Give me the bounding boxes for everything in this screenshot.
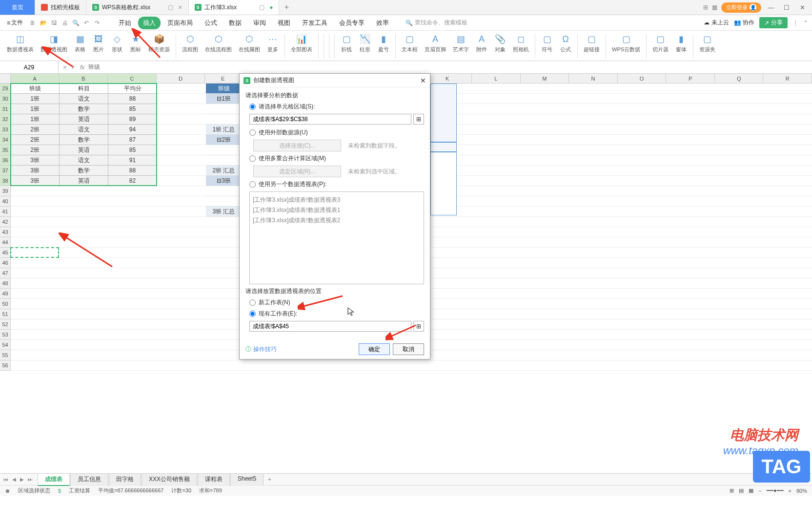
ribbon-附件[interactable]: A附件 [473, 32, 490, 54]
ribbon-符号[interactable]: ▢符号 [538, 32, 556, 54]
zoom-slider[interactable]: ━━●━━ [767, 487, 784, 494]
dest-picker-icon[interactable]: ⊞ [413, 321, 424, 332]
collapse-icon[interactable]: ⌃ [803, 20, 808, 26]
preview-icon[interactable]: 🔍 [71, 18, 81, 28]
dialog-close-icon[interactable]: ✕ [420, 77, 426, 84]
row-header-35[interactable]: 35 [0, 145, 11, 155]
ribbon-图标[interactable]: ★图标 [127, 32, 144, 54]
menu-start[interactable]: 开始 [114, 17, 136, 29]
ribbon-超链接[interactable]: ▢超链接 [581, 32, 603, 54]
row-header-30[interactable]: 30 [0, 94, 11, 104]
col-header-B[interactable]: B [60, 74, 108, 84]
zoom-in-icon[interactable]: + [789, 488, 792, 494]
row-header-49[interactable]: 49 [0, 289, 11, 299]
sheet-tab-员工信息[interactable]: 员工信息 [70, 473, 108, 486]
zoom-out-icon[interactable]: − [758, 488, 761, 494]
pivot-list-item[interactable]: [工作簿3.xlsx]成绩表!数据透视表1 [253, 205, 421, 215]
row-header-41[interactable]: 41 [0, 207, 11, 217]
row-header-31[interactable]: 31 [0, 104, 11, 114]
sheet-tab-Sheet5[interactable]: Sheet5 [230, 473, 264, 486]
col-header-R[interactable]: R [763, 74, 812, 84]
ribbon-全部图表[interactable]: 📊全部图表 [288, 32, 315, 54]
ribbon-表格[interactable]: ▦表格 [71, 32, 89, 54]
ribbon-照相机[interactable]: ◻照相机 [510, 32, 532, 54]
minimize-icon[interactable]: — [765, 4, 777, 11]
sheet-tab-XXX公司销售额[interactable]: XXX公司销售额 [142, 473, 197, 486]
ribbon-WPS云数据[interactable]: ▢WPS云数据 [609, 32, 643, 54]
tab-home[interactable]: 首页 [0, 0, 35, 15]
more-icon[interactable]: ⋮ [792, 20, 798, 26]
radio-existing-sheet[interactable] [249, 311, 256, 317]
fx-icon[interactable]: fx [80, 64, 84, 71]
col-header-D[interactable]: D [157, 74, 205, 84]
col-header-K[interactable]: K [423, 74, 472, 84]
close-icon[interactable]: × [178, 3, 182, 11]
menu-efficiency[interactable]: 效率 [371, 17, 394, 29]
first-sheet-icon[interactable]: ⏮ [2, 477, 10, 482]
select-all-corner[interactable] [0, 74, 11, 84]
last-sheet-icon[interactable]: ⏭ [26, 477, 34, 482]
tab-min-icon[interactable]: ▢ [259, 4, 264, 11]
row-header-32[interactable]: 32 [0, 114, 11, 125]
range-picker-icon[interactable]: ⊞ [413, 114, 424, 125]
row-header-36[interactable]: 36 [0, 155, 11, 166]
row-header-33[interactable]: 33 [0, 125, 11, 135]
row-header-45[interactable]: 45 [0, 248, 11, 258]
pivot-list-item[interactable]: [工作簿3.xlsx]成绩表!数据透视表3 [253, 195, 421, 205]
radio-external[interactable] [249, 129, 256, 136]
view-normal-icon[interactable]: ⊞ [730, 487, 734, 494]
row-header-47[interactable]: 47 [0, 268, 11, 278]
row-header-43[interactable]: 43 [0, 227, 11, 237]
record-icon[interactable]: ⏺ [5, 488, 10, 494]
row-header-50[interactable]: 50 [0, 299, 11, 309]
ribbon-在线流程图[interactable]: ⬡在线流程图 [202, 32, 235, 54]
cancel-button[interactable]: 取消 [393, 343, 424, 355]
view-page-icon[interactable]: ▤ [739, 487, 744, 494]
row-header-29[interactable]: 29 [0, 84, 11, 94]
row-header-44[interactable]: 44 [0, 237, 11, 248]
row-header-34[interactable]: 34 [0, 135, 11, 145]
undo-icon[interactable]: ↶ [81, 18, 91, 28]
tab-tutorial[interactable]: S WPS表格教程.xlsx ▢ × [86, 0, 189, 15]
prev-sheet-icon[interactable]: ◀ [11, 477, 18, 482]
sheet-tab-课程表[interactable]: 课程表 [198, 473, 230, 486]
tab-min-icon[interactable]: ▢ [168, 4, 173, 11]
ribbon-数据透视图[interactable]: ◨数据透视图 [38, 32, 70, 54]
pivot-table-list[interactable]: [工作簿3.xlsx]成绩表!数据透视表3[工作簿3.xlsx]成绩表!数据透视… [249, 191, 424, 284]
grid-view-icon[interactable]: ⊞ [703, 4, 708, 11]
ribbon-公式[interactable]: Ω公式 [557, 32, 574, 54]
ribbon-柱形[interactable]: 📉柱形 [356, 32, 374, 54]
ribbon-数据透视表[interactable]: ◫数据透视表 [4, 32, 37, 54]
ribbon-文本框[interactable]: ▢文本框 [399, 32, 421, 54]
ribbon-图片[interactable]: 🖼图片 [90, 32, 107, 54]
coop-button[interactable]: 👥 协作 [734, 19, 754, 27]
ribbon-在线脑图[interactable]: ⬡在线脑图 [236, 32, 263, 54]
input-destination[interactable] [249, 321, 411, 332]
row-header-42[interactable]: 42 [0, 217, 11, 227]
open-icon[interactable]: 📂 [39, 18, 48, 28]
maximize-icon[interactable]: ☐ [781, 4, 792, 11]
tab-workbook[interactable]: S 工作簿3.xlsx ▢ ● [189, 0, 280, 15]
accept-formula-icon[interactable]: ✓ [71, 64, 76, 71]
ribbon-页眉页脚[interactable]: A页眉页脚 [422, 32, 449, 54]
row-header-37[interactable]: 37 [0, 166, 11, 176]
print-icon[interactable]: 🖨 [60, 18, 70, 28]
col-header-A[interactable]: A [11, 74, 60, 84]
menu-page-layout[interactable]: 页面布局 [162, 17, 198, 29]
radio-multi-range[interactable] [249, 155, 256, 162]
menu-data[interactable]: 数据 [224, 17, 246, 29]
col-header-P[interactable]: P [666, 74, 715, 84]
ribbon-窗体[interactable]: ▮窗体 [672, 32, 690, 54]
view-break-icon[interactable]: ▦ [749, 487, 753, 494]
ok-button[interactable]: 确定 [359, 343, 390, 355]
login-button[interactable]: 立即登录 👤 [721, 2, 761, 13]
radio-another-pivot[interactable] [249, 181, 256, 188]
col-header-M[interactable]: M [521, 74, 569, 84]
row-header-39[interactable]: 39 [0, 186, 11, 196]
ribbon-盈亏[interactable]: ▮盈亏 [375, 32, 392, 54]
col-header-C[interactable]: C [108, 74, 157, 84]
input-cell-range[interactable] [249, 114, 411, 125]
menu-formulas[interactable]: 公式 [200, 17, 222, 29]
name-box[interactable] [0, 61, 59, 73]
col-header-Q[interactable]: Q [715, 74, 764, 84]
